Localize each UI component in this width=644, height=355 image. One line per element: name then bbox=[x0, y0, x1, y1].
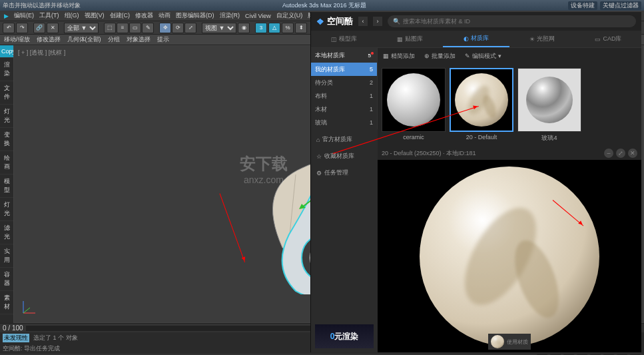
app-title: Autodesk 3ds Max 2016 无标题 bbox=[81, 1, 568, 10]
plugin-header: ❖空间酷 ‹ › 🔍 搜索本地材质库素材 & ID bbox=[311, 12, 641, 31]
selection-filter[interactable]: 全部 ▼ bbox=[64, 23, 99, 33]
nav-fwd-button[interactable]: › bbox=[373, 17, 382, 26]
sidebar-item-8[interactable]: 滤光 bbox=[0, 221, 13, 244]
ribbon-tab-1[interactable]: 修改选择 bbox=[37, 35, 61, 44]
plugin-logo: ❖空间酷 bbox=[316, 15, 353, 27]
menu-official[interactable]: ⌂官方材质库 bbox=[315, 133, 374, 146]
preview-image[interactable]: 使用材质 bbox=[378, 160, 641, 352]
tab-model[interactable]: ◫模型库 bbox=[311, 31, 377, 47]
menu-anim[interactable]: 动画 bbox=[159, 11, 170, 20]
select-paint-button[interactable]: ✎ bbox=[142, 23, 154, 33]
material-card-glass4[interactable]: 玻璃4 bbox=[517, 68, 581, 143]
menu-create[interactable]: 创建(C) bbox=[110, 11, 131, 20]
undo-button[interactable]: ↶ bbox=[3, 23, 15, 33]
sidebar-item-3[interactable]: 灯光 bbox=[0, 105, 13, 128]
status-line2: 空间酷: 导出任务完成 bbox=[3, 344, 60, 353]
snap-button[interactable]: 3 bbox=[255, 23, 267, 33]
menu-edit[interactable]: 编辑(E) bbox=[14, 11, 34, 20]
action-simple-add[interactable]: ▦ 精简添加 bbox=[383, 52, 415, 61]
angle-snap-button[interactable]: △ bbox=[268, 23, 280, 33]
unlink-button[interactable]: ✕ bbox=[47, 23, 59, 33]
preview-minimize-button[interactable]: – bbox=[604, 149, 613, 158]
list-item-fabric[interactable]: 布料1 bbox=[311, 89, 377, 103]
plugin-side-menu: ⌂官方材质库 ☆收藏材质库 ⚙任务管理 0元渲染 bbox=[311, 129, 378, 352]
sidebar-item-9[interactable]: 实用 bbox=[0, 244, 13, 268]
nav-back-button[interactable]: ‹ bbox=[358, 17, 368, 26]
tab-ies[interactable]: ☀光照网 bbox=[509, 31, 575, 47]
app-icon[interactable]: ▶ bbox=[4, 13, 9, 19]
sidebar-item-6[interactable]: 模型 bbox=[0, 175, 13, 198]
action-batch-add[interactable]: ⊕ 批量添加 bbox=[424, 52, 456, 61]
menu-graph[interactable]: 图形编辑器(D) bbox=[176, 11, 214, 20]
light-icon: ☀ bbox=[529, 36, 535, 43]
menu-tasks[interactable]: ⚙任务管理 bbox=[315, 167, 374, 179]
select-button[interactable]: ⬚ bbox=[104, 23, 116, 33]
material-card-default20[interactable]: 20 - Default bbox=[450, 68, 513, 143]
percent-snap-button[interactable]: % bbox=[282, 23, 294, 33]
plugin-panel: ❖空间酷 ‹ › 🔍 搜索本地材质库素材 & ID ◫模型库 ▦贴图库 ◐材质库… bbox=[310, 12, 641, 352]
plugin-tabs: ◫模型库 ▦贴图库 ◐材质库 ☀光照网 ▭CAD库 bbox=[311, 31, 641, 48]
timeline-range: 0 / 100 bbox=[3, 324, 23, 332]
material-card-ceramic[interactable]: ceramic bbox=[382, 68, 446, 143]
badge-filter[interactable]: 关键点过滤器 bbox=[600, 1, 641, 10]
menu-view[interactable]: 视图(V) bbox=[85, 11, 105, 20]
sidebar-item-11[interactable]: 素材 bbox=[0, 291, 13, 314]
ribbon-tab-4[interactable]: 对象选择 bbox=[127, 35, 151, 44]
tab-cad[interactable]: ▭CAD库 bbox=[575, 31, 641, 47]
list-item-glass[interactable]: 玻璃1 bbox=[311, 116, 377, 129]
tab-material[interactable]: ◐材质库 bbox=[443, 31, 509, 47]
sidebar-item-5[interactable]: 绘画 bbox=[0, 151, 13, 175]
sphere-icon: ◐ bbox=[464, 35, 469, 42]
scale-button[interactable]: ⤢ bbox=[184, 23, 196, 33]
tab-texture[interactable]: ▦贴图库 bbox=[377, 31, 443, 47]
sidebar-item-1[interactable]: 渲染 bbox=[0, 58, 13, 81]
sidebar-item-10[interactable]: 容器 bbox=[0, 268, 13, 291]
menu-group[interactable]: 组(G) bbox=[65, 11, 79, 20]
menu-civil[interactable]: Civil View bbox=[245, 13, 271, 19]
pivot-button[interactable]: ◉ bbox=[238, 23, 250, 33]
select-rect-button[interactable]: ▭ bbox=[129, 23, 141, 33]
sidebar-item-7[interactable]: 灯光 bbox=[0, 198, 13, 221]
preview-max-button[interactable]: ⤢ bbox=[616, 149, 625, 158]
ribbon-tab-5[interactable]: 提示 bbox=[157, 35, 169, 44]
badge-device[interactable]: 设备特建 bbox=[568, 1, 597, 10]
sidebar-item-4[interactable]: 变换 bbox=[0, 128, 13, 151]
coord-system[interactable]: 视图 ▼ bbox=[202, 23, 236, 33]
status-selection: 选定了 1 个 对象 bbox=[33, 334, 78, 342]
svg-line-10 bbox=[23, 308, 30, 313]
hint-text: 单击并拖动以选择并移动对象 bbox=[3, 1, 81, 10]
menu-modifiers[interactable]: 修改器 bbox=[135, 11, 153, 20]
rotate-button[interactable]: ⟳ bbox=[172, 23, 184, 33]
list-item-mylib[interactable]: 我的材质库5 bbox=[311, 63, 377, 76]
content-actions: ▦ 精简添加 ⊕ 批量添加 ✎ 编辑模式 ▾ bbox=[378, 48, 641, 64]
material-category-list: 本地材质库5 我的材质库5 待分类2 布料1 木材1 玻璃1 bbox=[311, 48, 378, 129]
promo-banner[interactable]: 0元渲染 bbox=[315, 324, 374, 348]
link-button[interactable]: 🔗 bbox=[33, 23, 45, 33]
ribbon-tab-3[interactable]: 分组 bbox=[108, 35, 120, 44]
sidebar-item-2[interactable]: 文件 bbox=[0, 81, 13, 105]
plugin-search-input[interactable]: 🔍 搜索本地材质库素材 & ID bbox=[388, 15, 636, 27]
preview-close-button[interactable]: ✕ bbox=[628, 149, 637, 158]
cube-icon: ◫ bbox=[331, 36, 337, 43]
list-item-wood[interactable]: 木材1 bbox=[311, 103, 377, 116]
menu-custom[interactable]: 自定义(U) bbox=[276, 11, 303, 20]
material-preview: 20 - Default (250x250) · 本地ID:181 – ⤢ ✕ … bbox=[378, 147, 641, 352]
menu-fav[interactable]: ☆收藏材质库 bbox=[315, 150, 374, 163]
list-item-uncat[interactable]: 待分类2 bbox=[311, 76, 377, 89]
menu-render[interactable]: 渲染(R) bbox=[220, 11, 240, 20]
gear-icon: ⚙ bbox=[316, 170, 322, 177]
menu-tools[interactable]: 工具(T) bbox=[39, 11, 59, 20]
ribbon-tab-0[interactable]: 移动/缩放 bbox=[4, 35, 30, 44]
home-icon: ⌂ bbox=[316, 137, 320, 143]
action-edit-mode[interactable]: ✎ 编辑模式 ▾ bbox=[465, 52, 501, 61]
ribbon-tab-2[interactable]: 几何体(全部) bbox=[67, 35, 101, 44]
list-header[interactable]: 本地材质库5 bbox=[311, 48, 377, 63]
spinner-snap-button[interactable]: ⬍ bbox=[295, 23, 307, 33]
preview-title: 20 - Default (250x250) · 本地ID:181 bbox=[382, 149, 476, 158]
move-button[interactable]: ✥ bbox=[159, 23, 171, 33]
select-name-button[interactable]: ≡ bbox=[117, 23, 129, 33]
sidebar-item-copy[interactable]: Copy bbox=[0, 45, 13, 58]
star-icon: ☆ bbox=[316, 153, 322, 160]
material-grid: ceramic 20 - Default 玻璃4 bbox=[378, 64, 641, 147]
redo-button[interactable]: ↷ bbox=[16, 23, 28, 33]
